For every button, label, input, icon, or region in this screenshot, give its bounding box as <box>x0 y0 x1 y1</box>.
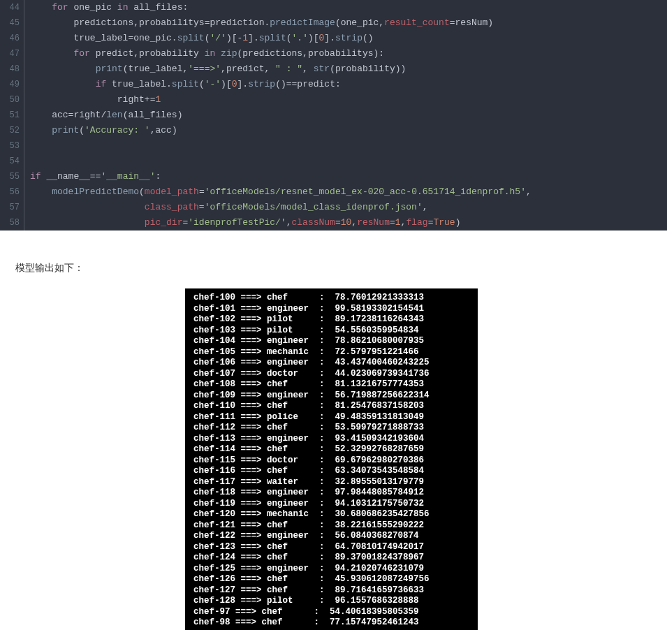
code-content: predictions,probabilitys=prediction.pred… <box>30 15 493 31</box>
terminal-line: chef-98 ===> chef : 77.15747952461243 <box>193 617 469 629</box>
line-number: 50 <box>0 92 24 108</box>
line-number: 54 <box>0 154 24 169</box>
code-content: right+=1 <box>30 92 161 108</box>
terminal-line: chef-101 ===> engineer : 99.581933021545… <box>193 304 469 315</box>
line-number: 57 <box>0 200 24 215</box>
code-content: if true_label.split('-')[0].strip()==pre… <box>30 77 341 92</box>
terminal-line: chef-115 ===> doctor : 69.67962980270386 <box>193 455 469 467</box>
terminal-line: chef-108 ===> chef : 81.13216757774353 <box>193 379 469 390</box>
code-content: pic_dir='idenprofTestPic/',classNum=10,r… <box>30 215 460 230</box>
terminal-line: chef-122 ===> engineer : 56.084036827087… <box>193 531 469 542</box>
terminal-line: chef-113 ===> engineer : 93.415093421936… <box>193 434 469 445</box>
terminal-line: chef-119 ===> engineer : 94.103121757507… <box>193 499 469 510</box>
terminal-output: chef-100 ===> chef : 78.76012921333313ch… <box>185 288 478 630</box>
code-line: 58 pic_dir='idenprofTestPic/',classNum=1… <box>0 215 667 230</box>
code-content: for one_pic in all_files: <box>30 0 188 15</box>
code-line: 53 <box>0 138 667 154</box>
terminal-line: chef-128 ===> pilot : 96.1557686328888 <box>193 596 469 607</box>
code-line: 49 if true_label.split('-')[0].strip()==… <box>0 77 667 92</box>
code-line: 54 <box>0 154 667 169</box>
terminal-line: chef-103 ===> pilot : 54.5560359954834 <box>193 325 469 337</box>
code-line: 50 right+=1 <box>0 92 667 108</box>
code-line: 46 true_label=one_pic.split('/')[-1].spl… <box>0 31 667 46</box>
terminal-line: chef-107 ===> doctor : 44.02306973934173… <box>193 369 469 380</box>
code-content: print('Accuracy: ',acc) <box>30 123 177 138</box>
code-line: 48 print(true_label,'===>',predict, " : … <box>0 61 667 77</box>
line-number: 45 <box>0 15 24 31</box>
line-number: 47 <box>0 46 24 61</box>
line-number: 44 <box>0 0 24 15</box>
terminal-line: chef-120 ===> mechanic : 30.680686235427… <box>193 509 469 520</box>
line-number: 55 <box>0 169 24 184</box>
code-line: 55if __name__=='__main__': <box>0 169 667 184</box>
terminal-line: chef-111 ===> police : 49.48359131813049 <box>193 412 469 423</box>
code-line: 56 modelPredictDemo(model_path='officeMo… <box>0 184 667 200</box>
terminal-line: chef-110 ===> chef : 81.25476837158203 <box>193 401 469 412</box>
line-number: 48 <box>0 61 24 77</box>
terminal-line: chef-102 ===> pilot : 89.17238116264343 <box>193 314 469 325</box>
terminal-line: chef-97 ===> chef : 54.40618395805359 <box>193 607 469 618</box>
terminal-line: chef-123 ===> chef : 64.70810174942017 <box>193 542 469 553</box>
terminal-line: chef-118 ===> engineer : 97.984480857849… <box>193 488 469 499</box>
terminal-line: chef-104 ===> engineer : 78.862106800079… <box>193 336 469 347</box>
line-number: 52 <box>0 123 24 138</box>
code-content: true_label=one_pic.split('/')[-1].split(… <box>30 31 374 46</box>
terminal-line: chef-109 ===> engineer : 56.719887256622… <box>193 390 469 402</box>
output-description: 模型输出如下： <box>0 230 667 288</box>
terminal-line: chef-117 ===> waiter : 32.89555013179779 <box>193 477 469 488</box>
code-content: modelPredictDemo(model_path='officeModel… <box>30 184 532 200</box>
line-number: 53 <box>0 138 24 154</box>
code-line: 52 print('Accuracy: ',acc) <box>0 123 667 138</box>
code-content: if __name__=='__main__': <box>30 169 161 184</box>
terminal-line: chef-121 ===> chef : 38.22161555290222 <box>193 520 469 532</box>
code-content: class_path='officeModels/model_class_ide… <box>30 200 428 215</box>
line-number: 49 <box>0 77 24 92</box>
code-line: 57 class_path='officeModels/model_class_… <box>0 200 667 215</box>
code-content: print(true_label,'===>',predict, " : ", … <box>30 61 406 77</box>
terminal-line: chef-116 ===> chef : 63.34073543548584 <box>193 466 469 477</box>
code-editor: 44 for one_pic in all_files:45 predictio… <box>0 0 667 230</box>
terminal-line: chef-112 ===> chef : 53.59979271888733 <box>193 423 469 434</box>
terminal-line: chef-127 ===> chef : 89.71641659736633 <box>193 585 469 597</box>
terminal-line: chef-100 ===> chef : 78.76012921333313 <box>193 293 469 304</box>
terminal-line: chef-124 ===> chef : 89.37001824378967 <box>193 552 469 564</box>
code-line: 45 predictions,probabilitys=prediction.p… <box>0 15 667 31</box>
terminal-line: chef-106 ===> engineer : 43.437400460243… <box>193 358 469 369</box>
terminal-line: chef-126 ===> chef : 45.930612087249756 <box>193 574 469 585</box>
terminal-line: chef-105 ===> mechanic : 72.579795122146… <box>193 347 469 358</box>
code-line: 47 for predict,probability in zip(predic… <box>0 46 667 61</box>
code-line: 44 for one_pic in all_files: <box>0 0 667 15</box>
terminal-line: chef-125 ===> engineer : 94.210207462310… <box>193 564 469 575</box>
line-number: 46 <box>0 31 24 46</box>
code-content: acc=right/len(all_files) <box>30 108 182 123</box>
line-number: 51 <box>0 108 24 123</box>
line-number: 56 <box>0 184 24 200</box>
code-content: for predict,probability in zip(predictio… <box>30 46 384 61</box>
code-line: 51 acc=right/len(all_files) <box>0 108 667 123</box>
terminal-line: chef-114 ===> chef : 52.32992768287659 <box>193 444 469 455</box>
line-number: 58 <box>0 215 24 230</box>
